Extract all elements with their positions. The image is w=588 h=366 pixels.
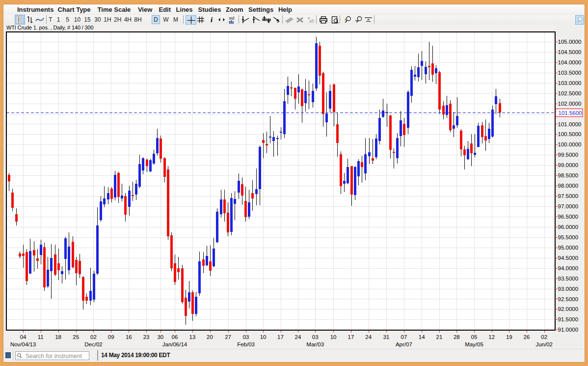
svg-text:101.5600: 101.5600: [559, 110, 582, 116]
svg-text:vol: vol: [229, 16, 234, 21]
svg-text:103.5000: 103.5000: [558, 70, 582, 76]
svg-text:96.0000: 96.0000: [558, 224, 579, 230]
svg-text:101.0000: 101.0000: [558, 121, 582, 127]
svg-text:Mar/03: Mar/03: [306, 341, 324, 347]
svg-text:95.5000: 95.5000: [558, 234, 579, 240]
svg-text:Apr/07: Apr/07: [396, 341, 412, 347]
svg-text:18: 18: [55, 334, 61, 340]
svg-text:17: 17: [277, 334, 284, 340]
svg-text:04: 04: [20, 334, 27, 340]
svg-text:99.5000: 99.5000: [558, 152, 579, 158]
svg-text:26: 26: [524, 334, 530, 340]
svg-text:102.5000: 102.5000: [558, 90, 582, 96]
svg-text:21: 21: [436, 334, 443, 340]
svg-text:Jun/02: Jun/02: [535, 341, 553, 347]
svg-text:Nov/04/13: Nov/04/13: [10, 341, 36, 347]
svg-text:93.5000: 93.5000: [558, 276, 579, 282]
svg-text:97.0000: 97.0000: [558, 203, 579, 209]
svg-text:05: 05: [471, 334, 478, 340]
svg-text:02: 02: [541, 334, 547, 340]
svg-text:105.0000: 105.0000: [558, 39, 582, 45]
svg-text:14: 14: [419, 334, 425, 340]
svg-text:28: 28: [454, 334, 460, 340]
svg-text:10: 10: [330, 334, 337, 340]
svg-text:100.5000: 100.5000: [558, 131, 582, 137]
svg-text:92.5000: 92.5000: [558, 296, 579, 302]
svg-text:31: 31: [383, 334, 390, 340]
svg-text:10: 10: [260, 334, 267, 340]
svg-text:97.5000: 97.5000: [558, 193, 579, 199]
svg-text:Jan/06/14: Jan/06/14: [162, 341, 187, 347]
svg-text:16: 16: [126, 334, 132, 340]
svg-text:09: 09: [108, 334, 114, 340]
svg-text:98.5000: 98.5000: [558, 172, 579, 178]
svg-text:94.0000: 94.0000: [558, 265, 579, 271]
svg-text:91.0000: 91.0000: [558, 327, 579, 333]
svg-text:24: 24: [295, 334, 301, 340]
svg-text:20: 20: [207, 334, 213, 340]
svg-text:30: 30: [157, 334, 163, 340]
svg-text:19: 19: [506, 334, 512, 340]
svg-text:95.0000: 95.0000: [558, 245, 579, 251]
svg-text:Feb/03: Feb/03: [237, 341, 255, 347]
svg-text:100.0000: 100.0000: [558, 141, 582, 147]
svg-text:94.5000: 94.5000: [558, 255, 579, 261]
svg-text:all: all: [309, 19, 314, 24]
svg-text:27: 27: [225, 334, 231, 340]
svg-text:98.0000: 98.0000: [558, 183, 579, 189]
svg-text:23: 23: [143, 334, 150, 340]
svg-text:99.0000: 99.0000: [558, 162, 579, 168]
svg-text:91.5000: 91.5000: [558, 316, 579, 322]
svg-text:17: 17: [348, 334, 354, 340]
svg-text:96.5000: 96.5000: [558, 214, 579, 220]
svg-text:25: 25: [73, 334, 79, 340]
svg-text:Dec/02: Dec/02: [84, 341, 102, 347]
svg-text:92.0000: 92.0000: [558, 306, 579, 312]
svg-text:104.5000: 104.5000: [558, 49, 582, 55]
svg-text:03: 03: [312, 334, 319, 340]
svg-text:103.0000: 103.0000: [558, 80, 582, 86]
svg-text:102.0000: 102.0000: [558, 101, 582, 107]
svg-text:104.0000: 104.0000: [558, 59, 582, 65]
svg-text:May/05: May/05: [465, 341, 483, 347]
svg-text:93.0000: 93.0000: [558, 286, 579, 292]
svg-text:03: 03: [243, 334, 249, 340]
svg-text:02: 02: [90, 334, 97, 340]
svg-text:07: 07: [401, 334, 407, 340]
svg-text:11: 11: [38, 334, 44, 340]
svg-text:24: 24: [365, 334, 372, 340]
svg-text:06: 06: [172, 334, 178, 340]
svg-text:12: 12: [488, 334, 495, 340]
svg-text:13: 13: [189, 334, 196, 340]
